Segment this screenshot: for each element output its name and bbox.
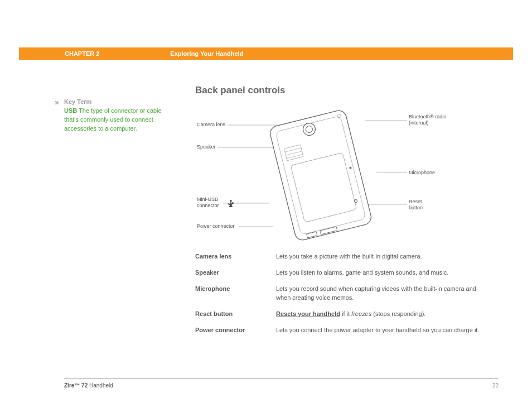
page-heading: Back panel controls xyxy=(195,85,485,96)
header-bar: CHAPTER 2 Exploring Your Handheld xyxy=(19,47,513,60)
svg-rect-7 xyxy=(269,109,373,242)
label-reset-button: Reset button xyxy=(409,199,437,211)
label-mini-usb: Mini-USB connector xyxy=(197,197,223,209)
label-speaker: Speaker xyxy=(197,144,216,150)
footer-product-bold: Zire™ 72 xyxy=(64,382,88,389)
desc-term: Power connector xyxy=(195,326,276,335)
footer-product: Zire™ 72 Handheld xyxy=(64,382,113,389)
footer-page-number: 22 xyxy=(492,382,499,389)
desc-term: Microphone xyxy=(195,285,276,303)
desc-row: Speaker Lets you listen to alarms, game … xyxy=(195,269,485,277)
chevron-right-icon: » xyxy=(55,97,58,108)
label-camera-lens: Camera lens xyxy=(197,122,225,128)
desc-def: Resets your handheld if it freezes (stop… xyxy=(276,310,485,319)
description-table: Camera lens Lets you take a picture with… xyxy=(195,252,485,335)
chapter-label: CHAPTER 2 xyxy=(65,50,99,57)
desc-term: Camera lens xyxy=(195,252,276,261)
desc-def: Lets you record sound when capturing vid… xyxy=(276,285,485,303)
key-term-name: USB xyxy=(64,107,77,114)
footer-product-rest: Handheld xyxy=(88,382,113,389)
label-bluetooth: Bluetooth® radio (internal) xyxy=(409,114,459,126)
desc-def: Lets you take a picture with the built-i… xyxy=(276,252,485,261)
label-microphone: Microphone xyxy=(409,170,435,176)
desc-term: Reset button xyxy=(195,310,276,319)
main-content: Back panel controls xyxy=(195,85,485,342)
desc-def: Lets you listen to alarms, game and syst… xyxy=(276,269,485,277)
desc-row: Reset button Resets your handheld if it … xyxy=(195,310,485,319)
device-diagram: Camera lens Speaker Mini-USB connector P… xyxy=(195,103,474,248)
label-power-connector: Power connector xyxy=(197,223,235,229)
desc-row: Camera lens Lets you take a picture with… xyxy=(195,252,485,261)
desc-after: if it freezes (stops responding). xyxy=(340,310,425,317)
desc-term: Speaker xyxy=(195,269,276,277)
key-term-label: Key Term xyxy=(64,98,91,105)
desc-row: Power connector Lets you connect the pow… xyxy=(195,326,485,335)
footer-divider xyxy=(64,379,499,379)
reset-link[interactable]: Resets your handheld xyxy=(276,310,340,317)
desc-row: Microphone Lets you record sound when ca… xyxy=(195,285,485,303)
desc-def: Lets you connect the power adapter to yo… xyxy=(276,326,485,335)
key-term-body: The type of connector or cable that's co… xyxy=(64,107,162,132)
section-label: Exploring Your Handheld xyxy=(170,50,243,57)
key-term-sidebar: » Key Term USB The type of connector or … xyxy=(64,98,162,133)
usb-icon xyxy=(226,199,236,209)
